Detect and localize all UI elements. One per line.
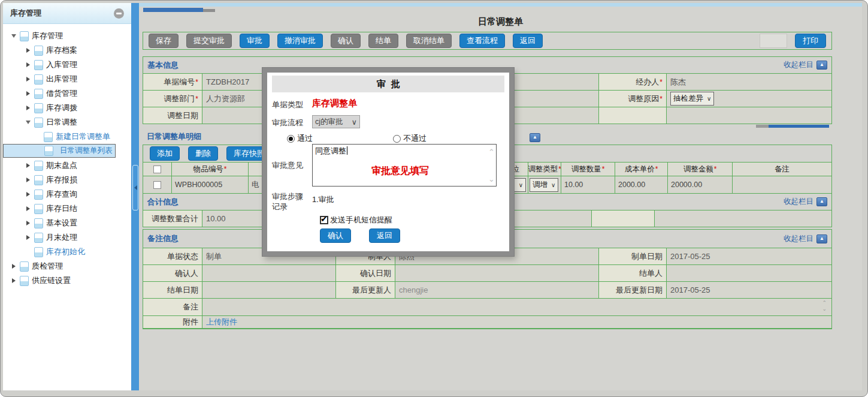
approve-button[interactable]: 审批 bbox=[240, 34, 270, 48]
tree-item-adjust-doc-list[interactable]: 日常调整单列表 bbox=[3, 144, 116, 158]
approval-dialog-body: 审批 单据类型 库存调整单 审批流程 cj的审批∨ 通过 不通过 审批意见 同意… bbox=[267, 73, 509, 251]
tree-item-quality-mgmt[interactable]: 质检管理 bbox=[3, 259, 131, 273]
upload-attachment-link[interactable]: 上传附件 bbox=[206, 317, 237, 327]
fail-radio-group[interactable]: 不通过 bbox=[393, 133, 427, 144]
document-icon bbox=[34, 190, 43, 200]
tree-item-label: 供应链设置 bbox=[32, 275, 71, 286]
sidebar-collapse-icon[interactable] bbox=[114, 8, 124, 19]
tree-item-inventory-archive[interactable]: 库存档案 bbox=[3, 43, 131, 58]
chevron-right-icon[interactable] bbox=[25, 206, 32, 211]
tab-indicator-active[interactable] bbox=[143, 8, 203, 12]
chevron-down-icon[interactable]: ⌄ bbox=[822, 306, 827, 311]
submit-approval-button[interactable]: 提交审批 bbox=[186, 34, 232, 48]
dialog-confirm-button[interactable]: 确认 bbox=[320, 228, 351, 243]
select-all-checkbox[interactable] bbox=[153, 166, 161, 173]
tree-item-period-count[interactable]: 期末盘点 bbox=[3, 158, 131, 173]
flow-label: 审批流程 bbox=[272, 118, 303, 128]
note-input[interactable] bbox=[202, 299, 831, 315]
hscrollbar-track[interactable] bbox=[756, 125, 769, 128]
collapse-up-icon[interactable]: ▲ bbox=[530, 133, 540, 142]
confirm-button[interactable]: 确认 bbox=[331, 34, 361, 48]
cancel-close-button[interactable]: 取消结单 bbox=[406, 34, 452, 48]
qty-cell[interactable]: 10.00 bbox=[561, 176, 615, 193]
tree-item-label: 入库管理 bbox=[46, 59, 77, 70]
chevron-right-icon[interactable] bbox=[25, 163, 32, 168]
price-cell[interactable]: 2000.00 bbox=[615, 176, 667, 193]
view-flow-button[interactable]: 查看流程 bbox=[459, 34, 505, 48]
field-label: 单据编号* bbox=[143, 74, 202, 90]
chevron-up-icon[interactable]: ⌃ bbox=[488, 149, 495, 155]
tree-item-inbound[interactable]: 入库管理 bbox=[3, 58, 131, 72]
tree-item-loss-report[interactable]: 库存报损 bbox=[3, 173, 131, 187]
sms-checkbox[interactable] bbox=[320, 216, 328, 224]
sms-remind-option[interactable]: 发送手机短信提醒 bbox=[320, 215, 392, 225]
pass-radio-group[interactable]: 通过 bbox=[287, 133, 313, 144]
chevron-right-icon[interactable] bbox=[25, 106, 32, 110]
field-value bbox=[654, 210, 831, 227]
tree-item-outbound[interactable]: 出库管理 bbox=[3, 72, 131, 86]
collapse-up-icon[interactable]: ▲ bbox=[816, 234, 827, 243]
chevron-right-icon[interactable] bbox=[25, 192, 32, 197]
close-doc-button[interactable]: 结单 bbox=[368, 34, 398, 48]
tree-item-basic-settings[interactable]: 基本设置 bbox=[3, 216, 131, 230]
tree-item-inventory-init[interactable]: 库存初始化 bbox=[3, 245, 131, 259]
tree-item-daily-adjust[interactable]: 日常调整 bbox=[3, 115, 131, 130]
tree-item-label: 库存管理 bbox=[32, 31, 63, 41]
sidebar-splitter[interactable] bbox=[131, 3, 139, 390]
chevron-right-icon[interactable] bbox=[10, 278, 17, 283]
tree-item-daily-close[interactable]: 库存日结 bbox=[3, 201, 131, 216]
opinion-text: 同意调整 bbox=[315, 146, 347, 157]
hscrollbar-thumb[interactable] bbox=[769, 125, 829, 128]
chevron-right-icon[interactable] bbox=[25, 178, 32, 182]
tree-item-new-adjust-doc[interactable]: 新建日常调整单 bbox=[3, 130, 131, 144]
pass-radio[interactable] bbox=[287, 135, 295, 143]
textarea-scroll-arrows[interactable]: ⌃⌄ bbox=[488, 149, 495, 182]
tree-item-month-end[interactable]: 月末处理 bbox=[3, 230, 131, 245]
chevron-right-icon[interactable] bbox=[25, 221, 32, 225]
document-icon bbox=[34, 74, 43, 85]
chevron-down-icon[interactable]: ⌄ bbox=[488, 176, 495, 182]
fail-radio[interactable] bbox=[393, 135, 401, 143]
doc-toolbar: 保存 提交审批 审批 撤消审批 确认 结单 取消结单 查看流程 返回 打印 bbox=[143, 32, 832, 50]
add-row-button[interactable]: 添加 bbox=[150, 146, 180, 161]
opinion-textarea[interactable]: 同意调整 审批意见填写 ⌃⌄ bbox=[312, 144, 497, 187]
field-label: 单据状态 bbox=[143, 248, 202, 264]
collapse-section-link[interactable]: 收起栏目▲ bbox=[784, 234, 827, 244]
reason-select[interactable]: 抽检差异∨ bbox=[670, 92, 714, 106]
splitter-collapse-handle[interactable] bbox=[132, 165, 138, 210]
chevron-down-icon[interactable] bbox=[10, 34, 17, 38]
back-button[interactable]: 返回 bbox=[513, 34, 543, 48]
page-title: 日常调整单 bbox=[139, 16, 862, 28]
chevron-right-icon[interactable] bbox=[25, 62, 32, 67]
collapse-up-icon[interactable]: ▲ bbox=[816, 197, 827, 206]
chevron-up-icon[interactable]: ⌃ bbox=[822, 300, 827, 305]
operator-value: 陈杰 bbox=[666, 74, 831, 90]
remark-cell[interactable] bbox=[732, 176, 831, 193]
note-scroll-arrows[interactable]: ⌃⌄ bbox=[822, 300, 827, 311]
save-button[interactable]: 保存 bbox=[149, 34, 179, 48]
chevron-right-icon[interactable] bbox=[25, 91, 32, 96]
print-button[interactable]: 打印 bbox=[795, 34, 826, 48]
row-checkbox[interactable] bbox=[153, 181, 161, 189]
collapse-up-icon[interactable]: ▲ bbox=[816, 61, 827, 70]
tree-item-supply-chain-settings[interactable]: 供应链设置 bbox=[3, 273, 131, 288]
document-icon bbox=[34, 60, 43, 70]
chevron-right-icon[interactable] bbox=[25, 235, 32, 240]
delete-row-button[interactable]: 删除 bbox=[188, 146, 218, 161]
chevron-right-icon[interactable] bbox=[25, 48, 32, 53]
chevron-right-icon[interactable] bbox=[25, 77, 32, 82]
chevron-right-icon[interactable] bbox=[10, 264, 17, 269]
tree-item-inventory-query[interactable]: 库存查询 bbox=[3, 187, 131, 201]
collapse-section-link[interactable]: 收起栏目▲ bbox=[784, 197, 827, 207]
tree-item-transfer[interactable]: 库存调拨 bbox=[3, 101, 131, 115]
chevron-down-icon: ∨ bbox=[519, 182, 523, 188]
adjust-type-select[interactable]: 调增∨ bbox=[530, 178, 558, 192]
tree-item-borrow[interactable]: 借货管理 bbox=[3, 86, 131, 101]
tree-item-inventory-root[interactable]: 库存管理 bbox=[3, 29, 131, 43]
dialog-back-button[interactable]: 返回 bbox=[369, 228, 400, 243]
collapse-section-link[interactable]: 收起栏目▲ bbox=[784, 60, 827, 70]
tab-indicator[interactable] bbox=[203, 9, 215, 12]
chevron-down-icon[interactable] bbox=[25, 121, 32, 124]
cancel-approval-button[interactable]: 撤消审批 bbox=[277, 34, 323, 48]
approval-flow-select[interactable]: cj的审批∨ bbox=[312, 115, 360, 128]
